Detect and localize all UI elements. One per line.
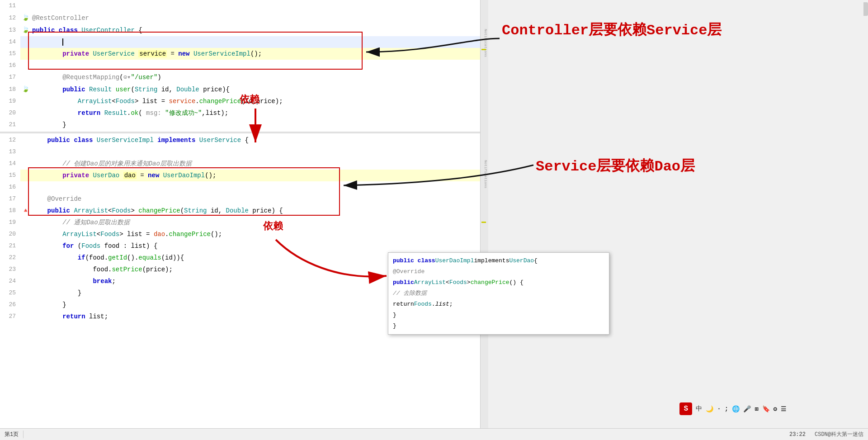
svc-line-17: 17 @Override (0, 193, 486, 205)
svc-line-13: 13 (0, 146, 486, 158)
svc-line-21: 21 for (Foods food : list) { (0, 240, 486, 252)
svc-line-18: 18 🔺 public ArrayList<Foods> changePrice… (0, 205, 486, 217)
code-editor: 11 12 🍃 @RestController 13 🍃 public clas… (0, 0, 486, 440)
line-21: 21 } (0, 119, 486, 131)
scroll-marker-1 (481, 49, 486, 50)
time-display: 23:22 (785, 431, 810, 438)
line-20: 20 return Result.ok( msg: "修改成功~",list); (0, 107, 486, 119)
svc-line-14: 14 // 创建Dao层的对象用来通知Dao层取出数据 (0, 158, 486, 170)
annotation-area (488, 0, 863, 440)
status-bar: 第1页 23:22 CSDN@科大第一迷信 (0, 428, 868, 440)
svc-line-20: 20 ArrayList<Foods> list = dao.changePri… (0, 228, 486, 240)
svc-line-12: 12 public class UserServiceImpl implemen… (0, 134, 486, 146)
csdn-label: 中 (696, 405, 702, 413)
sidebar-right-panel: Notifications Notifications (480, 0, 488, 440)
csdn-logo: S (679, 402, 692, 415)
controller-annotation-label: Controller层要依赖Service层 (502, 20, 722, 40)
menu-icon: ☰ (781, 405, 787, 413)
svc-line-16: 16 (0, 181, 486, 193)
popup-line-2: @Override (388, 266, 609, 277)
section-divider (0, 132, 486, 133)
dot2-icon: ; (725, 405, 728, 412)
line-17: 17 @RequestMapping(⊙▾"/user") (0, 71, 486, 83)
line-16: 16 (0, 60, 486, 71)
moon-label: 🌙 (706, 405, 713, 413)
notifications-label-2: Notifications (481, 158, 489, 190)
mic-icon: 🎤 (743, 405, 751, 413)
notifications-label: Notifications (481, 27, 489, 59)
line-15: 15 private UserService service = new Use… (0, 48, 486, 60)
dao-impl-popup: public class UserDaoImpl implements User… (388, 252, 609, 335)
popup-line-4: // 去除数据 (388, 288, 609, 299)
scroll-marker-2 (481, 222, 486, 223)
page-indicator: 第1页 (0, 431, 24, 438)
line-12: 12 🍃 @RestController (0, 12, 486, 24)
bookmark-icon: 🔖 (762, 405, 770, 413)
svc-line-19: 19 // 通知Dao层取出数据 (0, 217, 486, 228)
popup-line-5: return Foods.list; (388, 299, 609, 310)
leaf-icon: 🍃 (22, 14, 29, 21)
popup-line-3: public ArrayList<Foods> changePrice() { (388, 277, 609, 288)
grid-icon: ⊞ (755, 405, 758, 413)
popup-line-7: } (388, 321, 609, 331)
settings-icon: ⚙ (774, 405, 777, 413)
leaf-icon-2: 🍃 (22, 26, 29, 33)
line-14: 14 (0, 36, 486, 48)
line-11: 11 (0, 0, 486, 12)
csdn-branding: S 中 🌙 · ; 🌐 🎤 ⊞ 🔖 ⚙ ☰ (679, 402, 787, 415)
service-annotation-label: Service层要依赖Dao层 (536, 156, 695, 176)
dot-icon: · (717, 405, 721, 412)
line-13: 13 🍃 public class UserController { (0, 24, 486, 36)
leaf-icon-3: 🍃 (22, 85, 29, 93)
dep-label-2: 依赖 (263, 219, 283, 233)
popup-line-1: public class UserDaoImpl implements User… (388, 255, 609, 266)
user-label: CSDN@科大第一迷信 (810, 431, 868, 438)
dep-label-1: 依赖 (240, 93, 259, 106)
up-arrow-icon: 🔺 (22, 208, 29, 214)
svc-line-15: 15 private UserDao dao = new UserDaoImpl… (0, 170, 486, 181)
popup-line-6: } (388, 310, 609, 321)
globe-icon: 🌐 (732, 405, 740, 413)
